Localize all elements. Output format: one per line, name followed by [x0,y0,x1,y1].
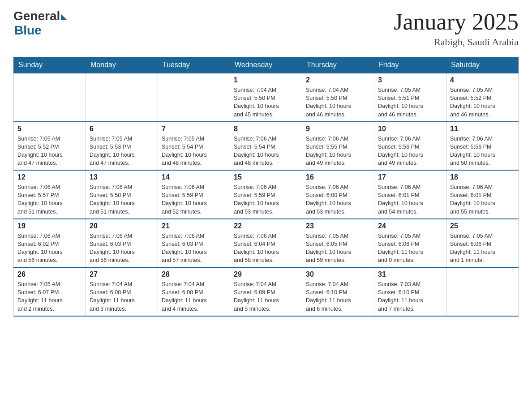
calendar-cell: 22Sunrise: 7:06 AMSunset: 6:04 PMDayligh… [230,219,302,268]
day-info: Sunrise: 7:06 AMSunset: 6:00 PMDaylight:… [306,183,370,216]
day-number: 15 [234,173,298,181]
day-info: Sunrise: 7:06 AMSunset: 6:03 PMDaylight:… [162,232,226,265]
day-number: 30 [306,270,370,278]
header-wednesday: Wednesday [230,57,302,73]
calendar-cell: 31Sunrise: 7:03 AMSunset: 6:10 PMDayligh… [374,267,446,316]
calendar-week-3: 12Sunrise: 7:06 AMSunset: 5:57 PMDayligh… [14,170,519,219]
calendar-cell: 8Sunrise: 7:06 AMSunset: 5:54 PMDaylight… [230,122,302,171]
calendar-cell: 3Sunrise: 7:05 AMSunset: 5:51 PMDaylight… [374,73,446,122]
day-number: 2 [306,76,370,84]
calendar-cell: 13Sunrise: 7:06 AMSunset: 5:58 PMDayligh… [86,170,158,219]
day-number: 6 [90,125,154,133]
logo-general-text: General [13,9,60,23]
calendar-cell: 10Sunrise: 7:06 AMSunset: 5:56 PMDayligh… [374,122,446,171]
day-info: Sunrise: 7:05 AMSunset: 5:52 PMDaylight:… [450,86,515,119]
calendar-cell [158,73,230,122]
calendar-cell: 12Sunrise: 7:06 AMSunset: 5:57 PMDayligh… [14,170,86,219]
day-number: 26 [17,270,82,278]
location-title: Rabigh, Saudi Arabia [394,36,519,48]
day-info: Sunrise: 7:05 AMSunset: 6:06 PMDaylight:… [450,232,515,265]
calendar-header-row: SundayMondayTuesdayWednesdayThursdayFrid… [14,57,519,73]
day-info: Sunrise: 7:04 AMSunset: 6:08 PMDaylight:… [90,280,154,313]
day-info: Sunrise: 7:06 AMSunset: 5:57 PMDaylight:… [17,183,82,216]
calendar-cell: 30Sunrise: 7:04 AMSunset: 6:10 PMDayligh… [302,267,374,316]
day-number: 17 [378,173,442,181]
calendar-cell [446,267,519,316]
month-title: January 2025 [394,9,519,34]
day-number: 12 [17,173,82,181]
day-info: Sunrise: 7:05 AMSunset: 6:05 PMDaylight:… [306,232,370,265]
header-monday: Monday [86,57,158,73]
calendar-week-5: 26Sunrise: 7:05 AMSunset: 6:07 PMDayligh… [14,267,519,316]
day-info: Sunrise: 7:06 AMSunset: 6:02 PMDaylight:… [17,232,82,265]
day-number: 23 [306,222,370,230]
day-info: Sunrise: 7:05 AMSunset: 5:54 PMDaylight:… [162,135,226,167]
day-info: Sunrise: 7:06 AMSunset: 6:03 PMDaylight:… [90,232,154,265]
calendar-week-2: 5Sunrise: 7:05 AMSunset: 5:52 PMDaylight… [14,122,519,171]
day-info: Sunrise: 7:05 AMSunset: 5:51 PMDaylight:… [378,86,442,119]
day-number: 24 [378,222,442,230]
calendar-cell: 24Sunrise: 7:05 AMSunset: 6:06 PMDayligh… [374,219,446,268]
day-number: 28 [162,270,226,278]
calendar-cell: 26Sunrise: 7:05 AMSunset: 6:07 PMDayligh… [14,267,86,316]
calendar-cell: 23Sunrise: 7:05 AMSunset: 6:05 PMDayligh… [302,219,374,268]
day-number: 13 [90,173,154,181]
day-number: 16 [306,173,370,181]
day-number: 8 [234,125,298,133]
day-info: Sunrise: 7:04 AMSunset: 6:08 PMDaylight:… [162,280,226,313]
page-header: General Blue January 2025 Rabigh, Saudi … [13,9,519,48]
calendar-week-4: 19Sunrise: 7:06 AMSunset: 6:02 PMDayligh… [14,219,519,268]
day-number: 31 [378,270,442,278]
day-number: 22 [234,222,298,230]
calendar-cell: 25Sunrise: 7:05 AMSunset: 6:06 PMDayligh… [446,219,519,268]
day-info: Sunrise: 7:06 AMSunset: 5:55 PMDaylight:… [306,135,370,167]
day-number: 4 [450,76,515,84]
day-info: Sunrise: 7:06 AMSunset: 6:04 PMDaylight:… [234,232,298,265]
day-number: 5 [17,125,82,133]
calendar-cell: 27Sunrise: 7:04 AMSunset: 6:08 PMDayligh… [86,267,158,316]
calendar-cell: 28Sunrise: 7:04 AMSunset: 6:08 PMDayligh… [158,267,230,316]
day-number: 18 [450,173,515,181]
day-number: 20 [90,222,154,230]
day-number: 14 [162,173,226,181]
calendar-cell: 19Sunrise: 7:06 AMSunset: 6:02 PMDayligh… [14,219,86,268]
day-info: Sunrise: 7:05 AMSunset: 6:07 PMDaylight:… [17,280,82,313]
day-info: Sunrise: 7:05 AMSunset: 5:52 PMDaylight:… [17,135,82,167]
logo-arrow-icon [61,14,67,20]
header-friday: Friday [374,57,446,73]
header-sunday: Sunday [14,57,86,73]
calendar-cell: 1Sunrise: 7:04 AMSunset: 5:50 PMDaylight… [230,73,302,122]
calendar-cell: 7Sunrise: 7:05 AMSunset: 5:54 PMDaylight… [158,122,230,171]
logo: General Blue [13,9,67,38]
day-info: Sunrise: 7:06 AMSunset: 5:56 PMDaylight:… [378,135,442,167]
day-info: Sunrise: 7:03 AMSunset: 6:10 PMDaylight:… [378,280,442,313]
calendar-cell: 16Sunrise: 7:06 AMSunset: 6:00 PMDayligh… [302,170,374,219]
calendar-week-1: 1Sunrise: 7:04 AMSunset: 5:50 PMDaylight… [14,73,519,122]
day-info: Sunrise: 7:04 AMSunset: 6:10 PMDaylight:… [306,280,370,313]
calendar-cell: 29Sunrise: 7:04 AMSunset: 6:09 PMDayligh… [230,267,302,316]
day-info: Sunrise: 7:06 AMSunset: 5:54 PMDaylight:… [234,135,298,167]
day-info: Sunrise: 7:06 AMSunset: 5:58 PMDaylight:… [90,183,154,216]
day-info: Sunrise: 7:04 AMSunset: 6:09 PMDaylight:… [234,280,298,313]
day-number: 29 [234,270,298,278]
calendar-cell: 11Sunrise: 7:06 AMSunset: 5:56 PMDayligh… [446,122,519,171]
day-number: 1 [234,76,298,84]
day-info: Sunrise: 7:06 AMSunset: 6:01 PMDaylight:… [378,183,442,216]
day-info: Sunrise: 7:04 AMSunset: 5:50 PMDaylight:… [234,86,298,119]
calendar-cell [14,73,86,122]
calendar-cell: 15Sunrise: 7:06 AMSunset: 5:59 PMDayligh… [230,170,302,219]
calendar-cell: 14Sunrise: 7:06 AMSunset: 5:59 PMDayligh… [158,170,230,219]
header-tuesday: Tuesday [158,57,230,73]
header-saturday: Saturday [446,57,519,73]
day-number: 27 [90,270,154,278]
day-number: 21 [162,222,226,230]
calendar-cell: 6Sunrise: 7:05 AMSunset: 5:53 PMDaylight… [86,122,158,171]
calendar-cell: 5Sunrise: 7:05 AMSunset: 5:52 PMDaylight… [14,122,86,171]
calendar-cell: 4Sunrise: 7:05 AMSunset: 5:52 PMDaylight… [446,73,519,122]
logo-blue-text: Blue [14,23,42,38]
day-info: Sunrise: 7:05 AMSunset: 5:53 PMDaylight:… [90,135,154,167]
day-number: 7 [162,125,226,133]
header-thursday: Thursday [302,57,374,73]
day-info: Sunrise: 7:06 AMSunset: 5:59 PMDaylight:… [234,183,298,216]
calendar-cell: 18Sunrise: 7:06 AMSunset: 6:01 PMDayligh… [446,170,519,219]
